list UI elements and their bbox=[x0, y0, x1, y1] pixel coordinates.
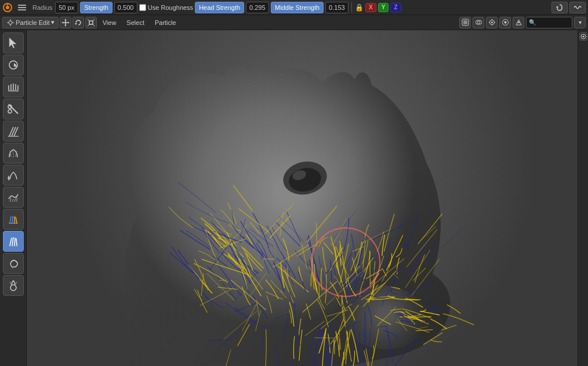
curl-tool-icon bbox=[7, 257, 20, 270]
svg-marker-15 bbox=[64, 25, 66, 27]
tool-select[interactable] bbox=[3, 32, 24, 53]
svg-rect-5 bbox=[18, 9, 26, 10]
use-roughness-checkbox[interactable] bbox=[139, 4, 146, 11]
eye-icon bbox=[580, 33, 587, 40]
add-tool-icon bbox=[7, 169, 20, 182]
scale-icon-btn[interactable] bbox=[85, 17, 97, 28]
svg-line-23 bbox=[93, 24, 95, 26]
lock-icon[interactable]: 🔒 bbox=[355, 3, 364, 12]
y-axis-button[interactable]: Y bbox=[378, 3, 389, 12]
strength-button[interactable]: Strength bbox=[80, 2, 112, 13]
svg-line-68 bbox=[12, 237, 13, 246]
svg-line-49 bbox=[9, 127, 13, 136]
tool-curl[interactable] bbox=[3, 253, 24, 274]
viewport bbox=[27, 30, 578, 366]
wave-icon bbox=[574, 3, 582, 12]
svg-line-59 bbox=[12, 199, 13, 202]
svg-line-60 bbox=[14, 198, 16, 202]
viewport-overlay-btn[interactable] bbox=[473, 17, 484, 28]
svg-marker-18 bbox=[75, 23, 77, 25]
tool-comb[interactable] bbox=[3, 77, 24, 97]
tool-circle-select[interactable] bbox=[3, 55, 24, 75]
search-icon: 🔍 bbox=[529, 19, 536, 26]
tool-icon-group bbox=[17, 2, 27, 13]
cut-tool-icon bbox=[7, 103, 20, 115]
strength-value[interactable]: 0.500 bbox=[114, 2, 137, 13]
rotate-icon-btn[interactable] bbox=[72, 17, 84, 28]
wave-btn[interactable] bbox=[569, 2, 586, 13]
proportional-btn[interactable] bbox=[499, 17, 511, 28]
svg-point-72 bbox=[10, 285, 16, 291]
svg-line-65 bbox=[16, 217, 17, 223]
tool-active[interactable] bbox=[3, 231, 24, 252]
pivot-icon bbox=[515, 19, 522, 26]
svg-line-69 bbox=[14, 238, 15, 246]
comb-tool-icon bbox=[7, 81, 20, 93]
tool-shape[interactable] bbox=[3, 275, 24, 296]
tool-weight[interactable] bbox=[3, 209, 24, 230]
particle-edit-icon bbox=[6, 19, 14, 27]
svg-line-22 bbox=[88, 24, 89, 26]
head-strength-value[interactable]: 0.295 bbox=[246, 2, 269, 13]
mode-chevron: ▾ bbox=[51, 19, 55, 26]
blender-icon bbox=[2, 2, 13, 13]
svg-marker-6 bbox=[556, 6, 558, 8]
select-menu[interactable]: Select bbox=[122, 17, 149, 28]
translate-icon-btn[interactable] bbox=[60, 17, 71, 28]
smooth-tool-icon bbox=[7, 191, 20, 204]
svg-line-63 bbox=[12, 216, 13, 223]
scale-icon bbox=[87, 19, 95, 27]
svg-rect-45 bbox=[8, 90, 19, 92]
tool-cut[interactable] bbox=[3, 99, 24, 119]
head-strength-button[interactable]: Head Strength bbox=[195, 2, 244, 13]
snap-btn[interactable] bbox=[486, 17, 498, 28]
svg-line-50 bbox=[12, 127, 16, 136]
svg-rect-25 bbox=[463, 20, 467, 24]
svg-point-36 bbox=[518, 21, 520, 23]
x-axis-button[interactable]: X bbox=[365, 3, 376, 12]
svg-line-74 bbox=[16, 282, 17, 284]
length-tool-icon bbox=[7, 125, 20, 137]
snap-icon bbox=[488, 19, 496, 26]
loop-btn[interactable] bbox=[551, 2, 568, 13]
svg-point-1 bbox=[6, 6, 9, 9]
header-right bbox=[551, 2, 586, 13]
radius-value[interactable]: 50 px bbox=[55, 2, 78, 13]
tool-add[interactable] bbox=[3, 165, 24, 186]
use-roughness-toggle[interactable]: Use Roughness bbox=[139, 4, 193, 11]
tool-puff[interactable] bbox=[3, 143, 24, 164]
view-menu[interactable]: View bbox=[98, 17, 121, 28]
svg-rect-19 bbox=[89, 21, 93, 24]
svg-line-20 bbox=[88, 19, 89, 21]
view-settings-btn[interactable] bbox=[579, 32, 587, 41]
particle-menu[interactable]: Particle bbox=[150, 17, 181, 28]
svg-line-62 bbox=[10, 216, 11, 223]
left-toolbar bbox=[0, 30, 27, 366]
circle-select-icon bbox=[7, 59, 20, 71]
tool-length[interactable] bbox=[3, 121, 24, 142]
svg-rect-4 bbox=[18, 5, 26, 6]
radius-label: Radius bbox=[31, 4, 53, 11]
hair-canvas bbox=[27, 30, 578, 366]
svg-marker-37 bbox=[9, 38, 16, 48]
search-box[interactable]: 🔍 bbox=[526, 17, 572, 28]
puff-tool-icon bbox=[7, 147, 20, 160]
svg-rect-3 bbox=[18, 7, 26, 8]
svg-point-76 bbox=[582, 36, 584, 38]
separator-1 bbox=[351, 2, 352, 13]
middle-strength-button[interactable]: Middle Strength bbox=[271, 2, 324, 13]
blender-logo bbox=[2, 2, 13, 13]
use-roughness-label: Use Roughness bbox=[148, 4, 193, 11]
top-toolbar: Radius 50 px Strength 0.500 Use Roughnes… bbox=[0, 0, 588, 15]
tool-smooth[interactable] bbox=[3, 187, 24, 208]
viewport-dropdown-btn[interactable]: ▾ bbox=[574, 17, 586, 28]
viewport-shade-btn[interactable] bbox=[459, 17, 471, 28]
mode-dropdown[interactable]: Particle Edit ▾ bbox=[2, 17, 59, 28]
svg-marker-17 bbox=[68, 21, 70, 23]
brush-circle bbox=[311, 227, 380, 297]
z-axis-button[interactable]: Z bbox=[390, 3, 401, 12]
pivot-btn[interactable] bbox=[513, 17, 524, 28]
middle-strength-value[interactable]: 0.153 bbox=[325, 2, 349, 13]
svg-line-51 bbox=[14, 127, 18, 136]
viewport-controls: 🔍 ▾ bbox=[459, 17, 586, 28]
